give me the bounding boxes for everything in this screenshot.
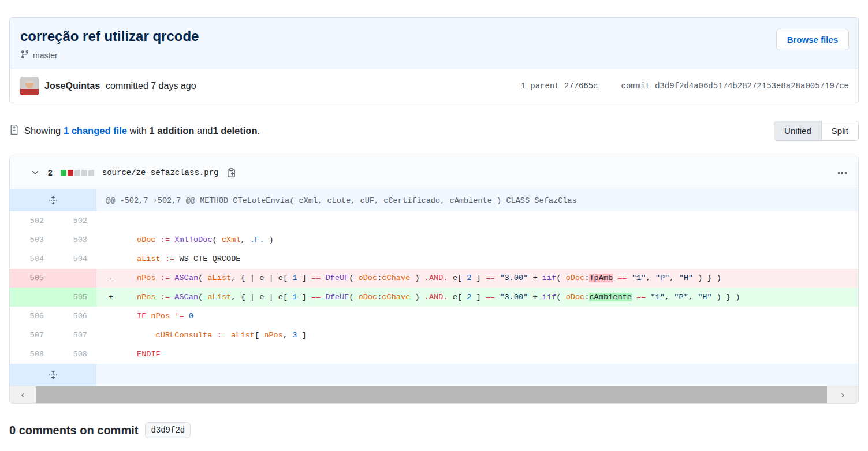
diffstat-block-neutral bbox=[88, 170, 94, 176]
line-number-new[interactable]: 504 bbox=[53, 249, 96, 269]
diffstat-blocks bbox=[61, 170, 94, 176]
and-label: and bbox=[197, 125, 213, 136]
diff-line-add: 505+ nPos := ASCan( aList, { | e | e[ 1 … bbox=[10, 288, 858, 307]
scroll-right-button[interactable]: › bbox=[827, 386, 858, 403]
file-menu-kebab-icon[interactable] bbox=[837, 167, 848, 178]
line-gutter[interactable]: 506506 bbox=[10, 307, 96, 326]
line-number-old[interactable]: 504 bbox=[10, 249, 53, 269]
diff-line-context: 503503 oDoc := XmlToDoc( cXml, .F. ) bbox=[10, 230, 858, 249]
parent-group: 1 parent 277665c bbox=[520, 81, 598, 91]
line-gutter[interactable]: 504504 bbox=[10, 249, 96, 269]
diff-marker bbox=[109, 312, 113, 320]
line-gutter[interactable]: 503503 bbox=[10, 230, 96, 249]
commit-header-box: correção ref utilizar qrcode master Brow… bbox=[9, 17, 859, 103]
addition-count: 1 addition bbox=[149, 125, 194, 136]
tab-split[interactable]: Split bbox=[822, 121, 858, 140]
expand-hunk-button[interactable] bbox=[10, 189, 96, 211]
avatar[interactable] bbox=[20, 77, 39, 95]
commit-sha-group: 1 parent 277665c commit d3d9f2d4a06d5174… bbox=[520, 81, 849, 91]
line-number-old[interactable] bbox=[10, 288, 53, 307]
commit-meta-row: JoseQuintas committed 7 days ago 1 paren… bbox=[10, 69, 858, 103]
with-label: with bbox=[130, 125, 147, 136]
line-code: + nPos := ASCan( aList, { | e | e[ 1 ] =… bbox=[96, 288, 858, 307]
file-header: 2 source/ze_sefazclass.prg bbox=[10, 156, 858, 189]
diff-marker bbox=[109, 350, 113, 359]
expand-down-button[interactable] bbox=[10, 364, 96, 386]
line-number-old[interactable]: 502 bbox=[10, 211, 53, 230]
parent-sha-link[interactable]: 277665c bbox=[564, 81, 598, 91]
summary-text: Showing 1 changed file with 1 addition a… bbox=[9, 124, 260, 137]
changes-count: 2 bbox=[48, 168, 53, 177]
diffstat-block-added bbox=[61, 170, 66, 176]
line-code bbox=[96, 211, 858, 230]
commit-sha-group-inner: commit d3d9f2d4a06d5174b28272153e8a28a00… bbox=[621, 81, 849, 91]
copy-path-icon[interactable] bbox=[226, 167, 237, 178]
period: . bbox=[258, 125, 260, 136]
commit-title: correção ref utilizar qrcode bbox=[20, 28, 849, 44]
unfold-icon bbox=[49, 196, 58, 205]
diff-marker: - bbox=[109, 274, 113, 282]
diff-line-context: 502502 bbox=[10, 211, 858, 230]
author-name[interactable]: JoseQuintas bbox=[44, 81, 100, 91]
line-code: - nPos := ASCan( aList, { | e | e[ 1 ] =… bbox=[96, 269, 858, 288]
diff-lines: 502502 503503 oDoc := XmlToDoc( cXml, .F… bbox=[10, 211, 858, 364]
view-mode-toggle: Unified Split bbox=[774, 121, 859, 141]
deletion-count: 1 deletion bbox=[213, 125, 258, 136]
line-gutter[interactable]: 502502 bbox=[10, 211, 96, 230]
tab-unified[interactable]: Unified bbox=[774, 121, 822, 140]
line-number-new[interactable]: 508 bbox=[53, 345, 96, 364]
line-number-old[interactable]: 508 bbox=[10, 345, 53, 364]
diff-line-context: 506506 IF nPos != 0 bbox=[10, 307, 858, 326]
parent-label: 1 parent bbox=[520, 81, 559, 91]
line-gutter[interactable]: 505 bbox=[10, 288, 96, 307]
commit-page: correção ref utilizar qrcode master Brow… bbox=[9, 17, 859, 438]
branch-row: master bbox=[20, 50, 849, 61]
line-number-old[interactable]: 507 bbox=[10, 326, 53, 345]
comments-heading: 0 comments on commit bbox=[9, 424, 138, 437]
file-path: source/ze_sefazclass.prg bbox=[102, 168, 219, 177]
scroll-thumb[interactable] bbox=[36, 386, 827, 403]
line-code: ENDIF bbox=[96, 345, 858, 364]
line-number-new[interactable]: 505 bbox=[53, 288, 96, 307]
line-number-old[interactable]: 506 bbox=[10, 307, 53, 326]
changed-files-link[interactable]: 1 changed file bbox=[64, 125, 127, 136]
diff-marker bbox=[109, 217, 113, 225]
expander-fill bbox=[96, 364, 858, 386]
diff-marker bbox=[109, 236, 113, 244]
diff-line-context: 508508 ENDIF bbox=[10, 345, 858, 364]
commit-time-text: committed 7 days ago bbox=[106, 81, 196, 91]
unfold-icon bbox=[49, 370, 58, 379]
horizontal-scrollbar: ‹ › bbox=[10, 386, 858, 403]
diff-line-context: 507507 cURLConsulta := aList[ nPos, 3 ] bbox=[10, 326, 858, 345]
browse-files-button[interactable]: Browse files bbox=[776, 29, 849, 50]
line-number-new[interactable]: 506 bbox=[53, 307, 96, 326]
line-gutter[interactable]: 508508 bbox=[10, 345, 96, 364]
line-number-old[interactable]: 503 bbox=[10, 230, 53, 249]
scroll-left-button[interactable]: ‹ bbox=[10, 386, 36, 403]
showing-label: Showing bbox=[24, 125, 61, 136]
line-number-new[interactable] bbox=[53, 269, 96, 288]
diff-line-context: 504504 aList := WS_CTE_QRCODE bbox=[10, 249, 858, 269]
summary-bar: Showing 1 changed file with 1 addition a… bbox=[9, 121, 859, 141]
line-gutter[interactable]: 507507 bbox=[10, 326, 96, 345]
line-number-new[interactable]: 503 bbox=[53, 230, 96, 249]
commit-author-group: JoseQuintas committed 7 days ago bbox=[20, 77, 196, 95]
commit-sha-chip: d3d9f2d bbox=[145, 422, 191, 438]
diff-panel: 2 source/ze_sefazclass.prg @@ -502,7 +50… bbox=[9, 156, 859, 404]
diff-marker: + bbox=[109, 293, 113, 301]
commit-sha: d3d9f2d4a06d5174b28272153e8a28a0057197ce bbox=[655, 81, 849, 91]
line-gutter[interactable]: 505 bbox=[10, 269, 96, 288]
hunk-row: @@ -502,7 +502,7 @@ METHOD CTeLoteEnvia(… bbox=[10, 189, 858, 211]
chevron-down-icon[interactable] bbox=[31, 168, 40, 177]
diffstat-block-neutral bbox=[81, 170, 87, 176]
diff-line-del: 505- nPos := ASCan( aList, { | e | e[ 1 … bbox=[10, 269, 858, 288]
line-code: oDoc := XmlToDoc( cXml, .F. ) bbox=[96, 230, 858, 249]
hunk-header-text: @@ -502,7 +502,7 @@ METHOD CTeLoteEnvia(… bbox=[96, 189, 858, 211]
diffstat-block-neutral bbox=[74, 170, 80, 176]
line-number-old[interactable]: 505 bbox=[10, 269, 53, 288]
diff-marker bbox=[109, 255, 113, 263]
line-number-new[interactable]: 507 bbox=[53, 326, 96, 345]
line-code: cURLConsulta := aList[ nPos, 3 ] bbox=[96, 326, 858, 345]
commit-label: commit bbox=[621, 81, 650, 91]
line-number-new[interactable]: 502 bbox=[53, 211, 96, 230]
